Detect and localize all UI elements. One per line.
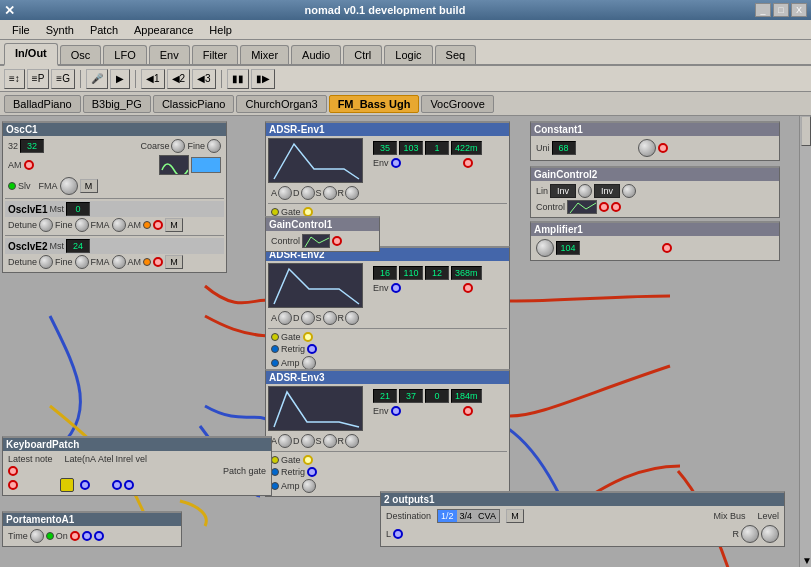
env3-retrig-led[interactable] (271, 468, 279, 476)
env2-gate-led[interactable] (271, 333, 279, 341)
inst-tab-fmbass[interactable]: FM_Bass Ugh (329, 95, 420, 113)
env1-gate-led[interactable] (271, 208, 279, 216)
ive1-fma-knob[interactable] (112, 218, 126, 232)
ive2-m-btn[interactable]: M (165, 255, 183, 269)
ive1-fine-knob[interactable] (75, 218, 89, 232)
ive2-mst-val[interactable]: 24 (66, 239, 90, 253)
portamento-led[interactable] (46, 532, 54, 540)
env2-retrig-port[interactable] (307, 344, 317, 354)
ive1-detune-knob[interactable] (39, 218, 53, 232)
toolbar-btn-ch3[interactable]: ◀3 (192, 69, 216, 89)
menu-help[interactable]: Help (201, 22, 240, 38)
env2-r-knob[interactable] (345, 311, 359, 325)
env2-d-val[interactable]: 110 (399, 266, 423, 280)
fine-knob[interactable] (207, 139, 221, 153)
env1-d-val[interactable]: 103 (399, 141, 423, 155)
env3-s-knob[interactable] (323, 434, 337, 448)
m-btn[interactable]: M (80, 179, 98, 193)
outputs-m-btn[interactable]: M (506, 509, 524, 523)
ive1-port[interactable] (153, 220, 163, 230)
env1-s-val[interactable]: 1 (425, 141, 449, 155)
am-port[interactable] (24, 160, 34, 170)
env2-gate-port[interactable] (303, 332, 313, 342)
kb-port4[interactable] (124, 480, 134, 490)
menu-synth[interactable]: Synth (38, 22, 82, 38)
toolbar-btn-ch1[interactable]: ◀1 (141, 69, 165, 89)
inv-btn2[interactable]: Inv (594, 184, 620, 198)
env2-r-val[interactable]: 368m (451, 266, 482, 280)
env1-a-knob[interactable] (278, 186, 292, 200)
env1-out-port[interactable] (463, 158, 473, 168)
menu-patch[interactable]: Patch (82, 22, 126, 38)
toolbar-btn-ch2[interactable]: ◀2 (167, 69, 191, 89)
slv-led[interactable] (8, 182, 16, 190)
inst-tab-vocgroove[interactable]: VocGroove (421, 95, 493, 113)
gc2-out-port[interactable] (599, 202, 609, 212)
env2-retrig-led[interactable] (271, 345, 279, 353)
ive2-am-led[interactable] (143, 258, 151, 266)
amplifier-val[interactable]: 104 (556, 241, 580, 255)
gc2-out-port2[interactable] (611, 202, 621, 212)
kb-port2[interactable] (8, 480, 18, 490)
outputs-r-knob[interactable] (761, 525, 779, 543)
env2-d-knob[interactable] (301, 311, 315, 325)
inst-tab-classic[interactable]: ClassicPiano (153, 95, 235, 113)
env1-r-knob[interactable] (345, 186, 359, 200)
inv-btn1[interactable]: Inv (550, 184, 576, 198)
portamento-knob[interactable] (30, 529, 44, 543)
amplifier-knob[interactable] (536, 239, 554, 257)
gc2-knob1[interactable] (578, 184, 592, 198)
ive1-am-led[interactable] (143, 221, 151, 229)
menu-file[interactable]: File (4, 22, 38, 38)
env3-a-val[interactable]: 21 (373, 389, 397, 403)
env2-a-knob[interactable] (278, 311, 292, 325)
dest-12-btn[interactable]: 1/2 (438, 510, 457, 522)
env3-r-val[interactable]: 184m (451, 389, 482, 403)
ive2-port[interactable] (153, 257, 163, 267)
env3-d-knob[interactable] (301, 434, 315, 448)
inst-tab-church[interactable]: ChurchOrgan3 (236, 95, 326, 113)
env3-env-port[interactable] (391, 406, 401, 416)
env1-env-port[interactable] (391, 158, 401, 168)
kb-port3[interactable] (112, 480, 122, 490)
dest-cva-btn[interactable]: CVA (475, 510, 499, 522)
ive2-fma-knob[interactable] (112, 255, 126, 269)
env3-gate-led[interactable] (271, 456, 279, 464)
kb-gate-port[interactable] (80, 480, 90, 490)
tab-ctrl[interactable]: Ctrl (343, 45, 382, 64)
toolbar-btn-3[interactable]: ≡G (51, 69, 75, 89)
menu-appearance[interactable]: Appearance (126, 22, 201, 38)
toolbar-btn-2[interactable]: ≡P (27, 69, 50, 89)
ive2-fine-knob[interactable] (75, 255, 89, 269)
gc2-knob2[interactable] (622, 184, 636, 198)
toolbar-btn-mic[interactable]: 🎤 (86, 69, 108, 89)
tab-mixer[interactable]: Mixer (240, 45, 289, 64)
ive1-m-btn[interactable]: M (165, 218, 183, 232)
toolbar-btn-1[interactable]: ≡↕ (4, 69, 25, 89)
minimize-btn[interactable]: _ (755, 3, 771, 17)
env3-out-port[interactable] (463, 406, 473, 416)
env2-env-port[interactable] (391, 283, 401, 293)
portamento-in-port[interactable] (70, 531, 80, 541)
tab-env[interactable]: Env (149, 45, 190, 64)
env3-amp-knob[interactable] (302, 479, 316, 493)
env1-a-val[interactable]: 35 (373, 141, 397, 155)
env2-s-knob[interactable] (323, 311, 337, 325)
env1-r-val[interactable]: 422m (451, 141, 482, 155)
constant-out-port[interactable] (658, 143, 668, 153)
tab-inout[interactable]: In/Out (4, 43, 58, 66)
scroll-thumb[interactable] (801, 116, 811, 146)
toolbar-btn-play[interactable]: ▶ (110, 69, 130, 89)
close-btn2[interactable]: X (791, 3, 807, 17)
tab-audio[interactable]: Audio (291, 45, 341, 64)
outputs-l-port[interactable] (393, 529, 403, 539)
toolbar-btn-pause[interactable]: ▮▮ (227, 69, 249, 89)
close-btn[interactable]: ✕ (4, 3, 15, 18)
kb-note-port[interactable] (8, 466, 18, 476)
kb-gate-led[interactable] (60, 478, 74, 492)
tab-filter[interactable]: Filter (192, 45, 238, 64)
portamento-out-port2[interactable] (94, 531, 104, 541)
constant-knob[interactable] (638, 139, 656, 157)
scrollbar[interactable]: ▲ ▼ (799, 116, 811, 567)
env3-s-val[interactable]: 0 (425, 389, 449, 403)
